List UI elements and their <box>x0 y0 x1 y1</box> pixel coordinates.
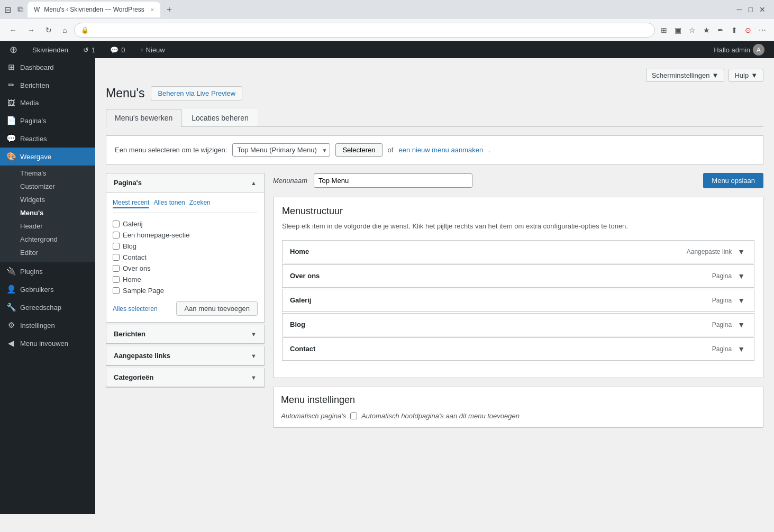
comments-item[interactable]: 💬 0 <box>107 41 128 58</box>
close-btn[interactable]: ✕ <box>759 5 766 14</box>
menu-name-input[interactable] <box>314 173 472 188</box>
hulp-btn[interactable]: Hulp ▼ <box>729 69 763 82</box>
plugins-icon: 🔌 <box>6 267 16 276</box>
acc-tab-zoeken[interactable]: Zoeken <box>189 199 211 208</box>
sample-checkbox[interactable] <box>113 287 120 294</box>
sidebar-sub-menus[interactable]: Menu's <box>0 206 95 219</box>
menu-select-dropdown[interactable]: Top Menu (Primary Menu) <box>232 143 330 157</box>
select-all-link[interactable]: Alles selecteren <box>113 305 158 313</box>
aangepaste-links-title: Aangepaste links <box>114 352 170 360</box>
menu-invouwen-icon: ◀ <box>6 338 16 348</box>
maximize-btn[interactable]: □ <box>749 5 753 14</box>
sidebar-item-dashboard[interactable]: ⊞ Dashboard <box>0 58 95 76</box>
sidebar-label-paginas: Pagina's <box>20 117 46 125</box>
homepage-checkbox[interactable] <box>113 232 120 239</box>
add-to-menu-btn[interactable]: Aan menu toevoegen <box>176 301 258 316</box>
share-icon[interactable]: ⬆ <box>730 24 739 36</box>
sidebar-item-plugins[interactable]: 🔌 Plugins <box>0 262 95 280</box>
menu-item-contact-type: Pagina <box>712 345 732 353</box>
forward-btn[interactable]: → <box>24 24 38 36</box>
browser-tab[interactable]: W Menu's ‹ Skivrienden — WordPress × <box>28 2 160 17</box>
sidebar-toggle-icon[interactable]: ▣ <box>673 24 683 36</box>
extensions-icon[interactable]: ⊞ <box>659 24 669 36</box>
media-icon: 🖼 <box>6 98 16 107</box>
galerij-checkbox[interactable] <box>113 221 120 227</box>
scherminstellingen-btn[interactable]: Scherminstellingen ▼ <box>646 69 725 82</box>
new-content-item[interactable]: + Nieuw <box>136 41 168 58</box>
menu-item-home-type: Aangepaste link <box>687 248 732 255</box>
tab-close-btn[interactable]: × <box>151 6 154 13</box>
sample-label[interactable]: Sample Page <box>123 287 164 295</box>
tab-locaties-beheren[interactable]: Locaties beheren <box>183 109 257 126</box>
menu-item-blog-controls: Pagina ▼ <box>712 319 746 331</box>
sidebar-item-gebruikers[interactable]: 👤 Gebruikers <box>0 280 95 298</box>
window-icon[interactable]: ⊟ <box>4 5 11 15</box>
sidebar-sub-widgets[interactable]: Widgets <box>0 193 95 206</box>
minimize-btn[interactable]: ─ <box>737 5 742 14</box>
hello-admin-item[interactable]: Hallo admin A <box>711 41 768 58</box>
menu-icon[interactable]: ⋯ <box>757 24 768 36</box>
collections-icon[interactable]: ★ <box>702 24 712 36</box>
refresh-btn[interactable]: ↻ <box>42 24 55 36</box>
create-menu-link[interactable]: een nieuw menu aanmaken <box>398 146 483 154</box>
sidebar-sub-editor[interactable]: Editor <box>0 246 95 259</box>
home-btn[interactable]: ⌂ <box>59 24 70 36</box>
sidebar-label-instellingen: Instellingen <box>20 322 55 329</box>
edge-icon[interactable]: ⊙ <box>743 24 753 36</box>
menu-item-blog-expand-btn[interactable]: ▼ <box>736 319 746 331</box>
categorieen-accordion-header[interactable]: Categorieën ▼ <box>106 368 264 387</box>
tab-menus-bewerken[interactable]: Menu's bewerken <box>106 109 181 127</box>
homepage-label[interactable]: Een homepage-sectie <box>123 231 189 239</box>
contact-label[interactable]: Contact <box>123 253 147 261</box>
auto-pages-checkbox[interactable] <box>350 412 357 419</box>
menu-item-home-expand-btn[interactable]: ▼ <box>736 246 746 258</box>
menu-settings-auto-desc: Automatisch hoofdpagina's aan dit menu t… <box>361 412 520 420</box>
menu-item-galerij: Galerij Pagina ▼ <box>282 289 754 312</box>
sidebar-sub-achtergrond[interactable]: Achtergrond <box>0 233 95 246</box>
wp-layout: ⊞ Dashboard ✏ Berichten 🖼 Media 📄 Pagina… <box>0 58 774 514</box>
gereedschap-icon: 🔧 <box>6 302 16 312</box>
save-menu-btn[interactable]: Menu opslaan <box>703 173 763 188</box>
updates-item[interactable]: ↺ 1 <box>80 41 98 58</box>
sidebar-sub-themas[interactable]: Thema's <box>0 167 95 180</box>
acc-tab-meest-recent[interactable]: Meest recent <box>113 199 149 208</box>
menu-item-contact-expand-btn[interactable]: ▼ <box>736 343 746 355</box>
live-preview-btn[interactable]: Beheren via Live Preview <box>151 86 242 100</box>
sidebar-item-media[interactable]: 🖼 Media <box>0 94 95 112</box>
berichten-accordion-header[interactable]: Berichten ▼ <box>106 325 264 344</box>
wp-logo-item[interactable]: ⊕ <box>6 41 21 58</box>
sidebar-item-paginas[interactable]: 📄 Pagina's <box>0 112 95 130</box>
selecteren-btn[interactable]: Selecteren <box>335 143 382 157</box>
blog-label[interactable]: Blog <box>123 242 136 250</box>
sidebar-sub-header[interactable]: Header <box>0 219 95 233</box>
new-tab-btn[interactable]: + <box>162 2 176 17</box>
acc-tab-alles-tonen[interactable]: Alles tonen <box>153 199 185 208</box>
sidebar-item-instellingen[interactable]: ⚙ Instellingen <box>0 316 95 334</box>
sidebar-item-reacties[interactable]: 💬 Reacties <box>0 130 95 148</box>
sidebar-item-menu-invouwen[interactable]: ◀ Menu invouwen <box>0 334 95 352</box>
sidebar-item-gereedschap[interactable]: 🔧 Gereedschap <box>0 298 95 316</box>
contact-checkbox[interactable] <box>113 254 120 261</box>
overons-checkbox[interactable] <box>113 265 120 272</box>
overons-label[interactable]: Over ons <box>123 264 151 272</box>
pages-accordion-header[interactable]: Pagina's ▲ <box>106 173 264 192</box>
home-checkbox[interactable] <box>113 276 120 283</box>
sidebar-label-menu-invouwen: Menu invouwen <box>20 340 68 347</box>
galerij-label[interactable]: Galerij <box>123 220 143 228</box>
sidebar-item-berichten[interactable]: ✏ Berichten <box>0 76 95 94</box>
menu-structure-desc: Sleep elk item in de volgorde die je wen… <box>282 221 754 232</box>
menu-item-overons-expand-btn[interactable]: ▼ <box>736 270 746 282</box>
back-btn[interactable]: ← <box>6 24 20 36</box>
sidebar-sub-customizer[interactable]: Customizer <box>0 180 95 193</box>
blog-checkbox[interactable] <box>113 243 120 250</box>
address-bar[interactable]: 🔒 <box>74 23 655 38</box>
menu-structure-title: Menustructuur <box>282 206 754 217</box>
aangepaste-links-accordion-header[interactable]: Aangepaste links ▼ <box>106 346 264 365</box>
favorites-icon[interactable]: ☆ <box>687 24 697 36</box>
home-label[interactable]: Home <box>123 276 141 283</box>
window-icon2[interactable]: ⧉ <box>17 5 23 14</box>
sidebar-item-weergave[interactable]: 🎨 Weergave <box>0 148 95 166</box>
site-name-item[interactable]: Skivrienden <box>29 41 71 58</box>
menu-item-galerij-expand-btn[interactable]: ▼ <box>736 295 746 306</box>
notes-icon[interactable]: ✒ <box>716 24 725 36</box>
